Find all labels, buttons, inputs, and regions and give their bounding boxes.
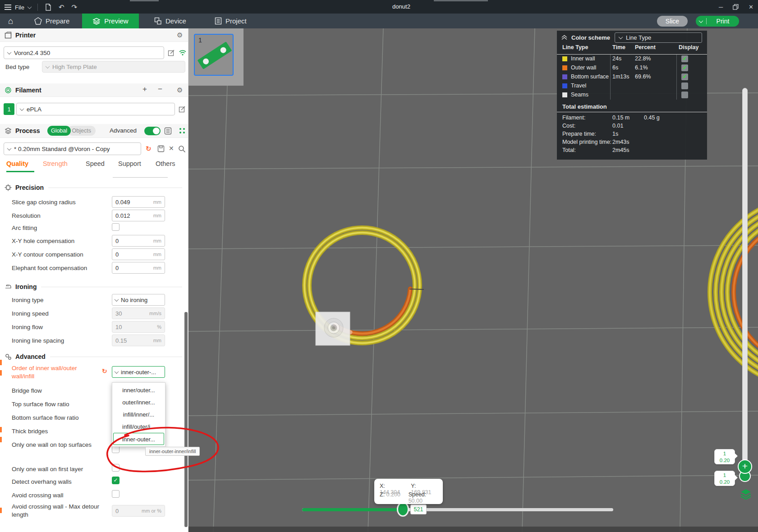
- print-button-label: Print: [707, 18, 739, 25]
- dropdown-option[interactable]: infill/outer/i...: [112, 421, 165, 433]
- display-checkbox[interactable]: [681, 83, 688, 89]
- ironing-speed-input: 30 mm/s: [112, 307, 165, 319]
- display-checkbox[interactable]: [681, 92, 688, 98]
- sidebar-panel: Printer ⚙ Voron2.4 350 Bed type High Tem…: [0, 28, 188, 532]
- thick-bridges-label: Thick bridges: [12, 427, 107, 436]
- plate-thumbnail-strip: 1: [188, 28, 243, 86]
- reset-setting-icon[interactable]: ↻: [102, 367, 107, 375]
- tab-preview[interactable]: Preview: [82, 14, 139, 28]
- print-button[interactable]: Print: [696, 16, 739, 27]
- print-options-chevron[interactable]: [696, 18, 707, 24]
- preview-icon: [92, 17, 101, 25]
- minimize-button[interactable]: ─: [719, 4, 723, 10]
- maximize-button[interactable]: [733, 4, 739, 10]
- tab-project[interactable]: Project: [208, 14, 253, 28]
- dropdown-option[interactable]: outer/inner...: [112, 396, 165, 408]
- menu-icon[interactable]: [5, 3, 11, 11]
- wall-order-dropdown: inner/outer... outer/inner... infill/inn…: [112, 382, 165, 447]
- elephant-foot-compensation-input[interactable]: 0 mm: [112, 262, 165, 274]
- display-checkbox[interactable]: ✓: [681, 73, 688, 80]
- wall-order-select[interactable]: inner-outer-...: [112, 366, 165, 378]
- panel-scrollbar[interactable]: [184, 312, 188, 527]
- detect-overhang-walls-label: Detect overhang walls: [12, 478, 107, 486]
- file-menu[interactable]: File: [15, 4, 24, 11]
- ironing-flow-input: 10 %: [112, 321, 165, 333]
- divider: [557, 112, 707, 112]
- divider: [37, 4, 38, 11]
- legend-row: Bottom surface 1m13s 69.6% ✓: [557, 73, 707, 82]
- arc-fitting-checkbox[interactable]: [112, 223, 119, 231]
- plate-thumbnail-1[interactable]: 1: [194, 34, 234, 76]
- total-row: Prepare time: 1s: [557, 131, 707, 139]
- display-checkbox[interactable]: ✓: [681, 64, 688, 71]
- total-row: Total: 2m45s: [557, 147, 707, 155]
- slice-button[interactable]: Slice: [657, 16, 688, 27]
- advanced-icon: [5, 353, 12, 360]
- bridge-flow-label: Bridge flow: [12, 387, 107, 395]
- gcode-coords-tooltip: X: 144.304 Y: 169.831 Z: 0.200 Speed: 50…: [374, 479, 443, 504]
- redo-icon[interactable]: ↷: [72, 2, 78, 12]
- slice-gap-closing-radius-input[interactable]: 0.049 mm: [112, 196, 165, 208]
- sliced-model-right: [710, 198, 758, 386]
- slicer-app-window: 1 File ↶ ↷ donut2 ─: [0, 0, 758, 532]
- bottom-surface-flow-label: Bottom surface flow ratio: [12, 414, 107, 422]
- tab-prepare[interactable]: Prepare: [28, 14, 76, 28]
- quality-settings-list: Precision Slice gap closing radius 0.049…: [0, 28, 188, 532]
- layers-view-icon[interactable]: [740, 488, 752, 500]
- modified-tick: [0, 427, 2, 432]
- display-checkbox[interactable]: ✓: [681, 55, 688, 62]
- step-slider-track[interactable]: [302, 508, 613, 511]
- top-surface-flow-label: Top surface flow ratio: [12, 400, 107, 408]
- xy-hole-compensation-input[interactable]: 0 mm: [112, 235, 165, 247]
- bottom-surface-swatch: [562, 74, 567, 79]
- view-mode-value: Line Type: [626, 34, 651, 41]
- only-one-wall-first-layer-checkbox[interactable]: [112, 464, 119, 472]
- total-row: Filament: 0.15 m 0.45 g: [557, 115, 707, 123]
- prepare-icon: [34, 17, 42, 25]
- chevron-down-icon: [115, 297, 119, 302]
- max-detour-length-input: 0 mm or %: [112, 505, 165, 517]
- layer-slider-upper-thumb[interactable]: +: [738, 459, 752, 474]
- resolution-input[interactable]: 0.012 mm: [112, 210, 165, 221]
- object-hole: [219, 46, 227, 54]
- avoid-crossing-wall-checkbox[interactable]: [112, 490, 119, 498]
- layer-slider-track[interactable]: [742, 88, 748, 464]
- home-tab[interactable]: ⌂: [2, 14, 19, 28]
- save-project-icon[interactable]: [44, 3, 52, 11]
- ironing-type-select[interactable]: No ironing: [112, 294, 165, 306]
- project-icon: [215, 17, 222, 25]
- close-button[interactable]: ✕: [749, 4, 753, 10]
- chevron-down-icon[interactable]: [28, 5, 32, 9]
- legend-row: Seams: [557, 91, 707, 100]
- modified-tick: [0, 437, 2, 442]
- outer-wall-swatch: [562, 65, 567, 70]
- legend-row: Outer wall 6s 6.1% ✓: [557, 64, 707, 73]
- advanced-section: Advanced: [0, 353, 182, 360]
- advanced-title: Advanced: [15, 353, 46, 360]
- dropdown-option[interactable]: inner/outer...: [112, 384, 165, 396]
- scope-global-tab[interactable]: Global: [47, 126, 71, 136]
- check-icon: ✓: [116, 433, 120, 445]
- inner-wall-swatch: [562, 56, 567, 61]
- modified-tick: [0, 370, 2, 376]
- layer-badge-top: 1 0.20: [714, 449, 735, 464]
- chevron-down-icon: [115, 369, 119, 374]
- legend-column-headers: Line Type Time Percent Display: [557, 44, 707, 55]
- undo-icon[interactable]: ↶: [59, 2, 64, 12]
- view-mode-select[interactable]: Line Type: [615, 32, 702, 43]
- dropdown-option[interactable]: infill/inner/...: [112, 408, 165, 421]
- device-icon: [154, 17, 162, 25]
- plate-front-edge: [188, 527, 758, 532]
- tab-prepare-label: Prepare: [46, 17, 69, 25]
- seams-swatch: [562, 92, 567, 97]
- dropdown-option-selected[interactable]: ✓ inner-outer...: [113, 433, 164, 445]
- detect-overhang-walls-checkbox[interactable]: ✓: [112, 477, 119, 484]
- ironing-title: Ironing: [15, 283, 37, 290]
- collapse-panel-icon[interactable]: [561, 34, 568, 41]
- step-value-chip: 521: [410, 504, 427, 514]
- avoid-crossing-wall-label: Avoid crossing wall: [12, 491, 107, 500]
- legend-row: Travel: [557, 82, 707, 91]
- xy-contour-compensation-input[interactable]: 0 mm: [112, 248, 165, 260]
- tab-device[interactable]: Device: [148, 14, 193, 28]
- precision-icon: [5, 184, 12, 191]
